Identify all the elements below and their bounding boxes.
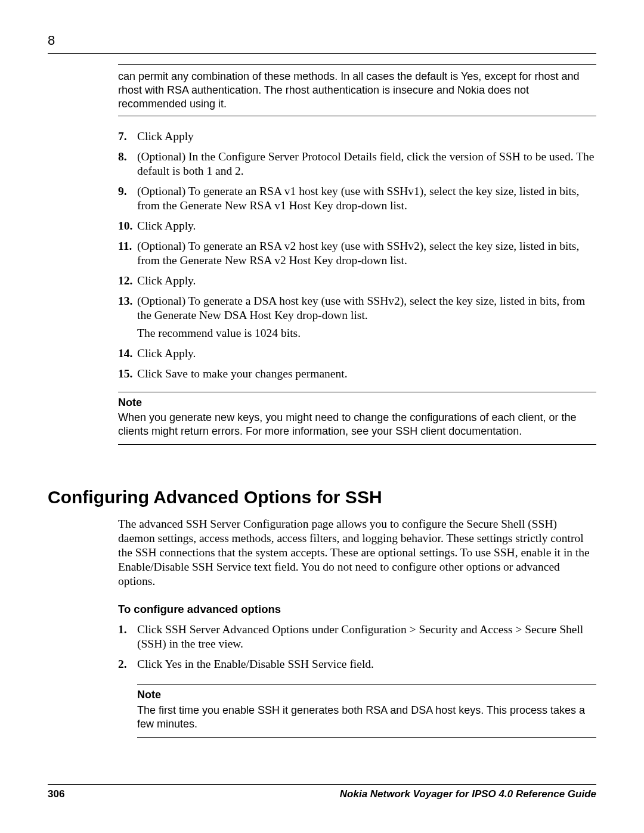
intro-paragraph-text: can permit any combination of these meth… (118, 70, 579, 110)
step-item: 7. Click Apply (118, 129, 596, 144)
step-text: Click Apply. (137, 274, 596, 288)
steps-list-a: 7. Click Apply 8. (Optional) In the Conf… (118, 129, 596, 381)
book-title: Nokia Network Voyager for IPSO 4.0 Refer… (340, 788, 596, 800)
subheading: To configure advanced options (118, 603, 596, 617)
note-box-b: Note The first time you enable SSH it ge… (137, 684, 596, 737)
step-number: 7. (118, 129, 137, 144)
step-item: 12. Click Apply. (118, 274, 596, 288)
step-item: 15. Click Save to make your changes perm… (118, 367, 596, 381)
step-text: Click Apply. (137, 346, 596, 361)
step-text: (Optional) To generate an RSA v1 host ke… (137, 184, 596, 213)
note-box-a: Note When you generate new keys, you mig… (118, 392, 596, 445)
step-number: 13. (118, 294, 137, 340)
step-number: 14. (118, 346, 137, 361)
page-footer: 306 Nokia Network Voyager for IPSO 4.0 R… (48, 784, 596, 800)
chapter-number: 8 (48, 33, 596, 48)
step-item: 2. Click Yes in the Enable/Disable SSH S… (118, 657, 596, 671)
step-item: 9. (Optional) To generate an RSA v1 host… (118, 184, 596, 213)
step-text: Click Yes in the Enable/Disable SSH Serv… (137, 657, 596, 671)
step-number: 10. (118, 219, 137, 233)
step-text: (Optional) To generate a DSA host key (u… (137, 294, 596, 323)
step-number: 9. (118, 184, 137, 213)
step-number: 2. (118, 657, 137, 671)
note-text: When you generate new keys, you might ne… (118, 411, 596, 438)
step-item: 13. (Optional) To generate a DSA host ke… (118, 294, 596, 340)
steps-list-b: 1. Click SSH Server Advanced Options und… (118, 623, 596, 671)
step-text: Click Save to make your changes permanen… (137, 367, 596, 381)
footer-rule (48, 784, 596, 785)
step-item: 11. (Optional) To generate an RSA v2 hos… (118, 239, 596, 268)
step-item: 14. Click Apply. (118, 346, 596, 361)
note-title: Note (118, 396, 596, 410)
step-text: Click Apply (137, 129, 596, 144)
intro-paragraph-box: can permit any combination of these meth… (118, 64, 596, 116)
header-rule (48, 53, 596, 54)
step-text: Click Apply. (137, 219, 596, 233)
step-item: 10. Click Apply. (118, 219, 596, 233)
step-text: The recommend value is 1024 bits. (137, 326, 596, 340)
step-item: 1. Click SSH Server Advanced Options und… (118, 623, 596, 651)
note-text: The first time you enable SSH it generat… (137, 704, 596, 731)
page-number: 306 (48, 788, 64, 800)
step-text: (Optional) To generate an RSA v2 host ke… (137, 239, 596, 268)
step-number: 8. (118, 150, 137, 178)
step-item: 8. (Optional) In the Configure Server Pr… (118, 150, 596, 178)
step-text: (Optional) In the Configure Server Proto… (137, 150, 596, 178)
step-number: 12. (118, 274, 137, 288)
step-number: 11. (118, 239, 137, 268)
step-number: 1. (118, 623, 137, 651)
note-title: Note (137, 688, 596, 702)
step-text: Click SSH Server Advanced Options under … (137, 623, 596, 651)
step-number: 15. (118, 367, 137, 381)
section-lead: The advanced SSH Server Configuration pa… (118, 517, 596, 589)
section-heading: Configuring Advanced Options for SSH (48, 487, 596, 509)
